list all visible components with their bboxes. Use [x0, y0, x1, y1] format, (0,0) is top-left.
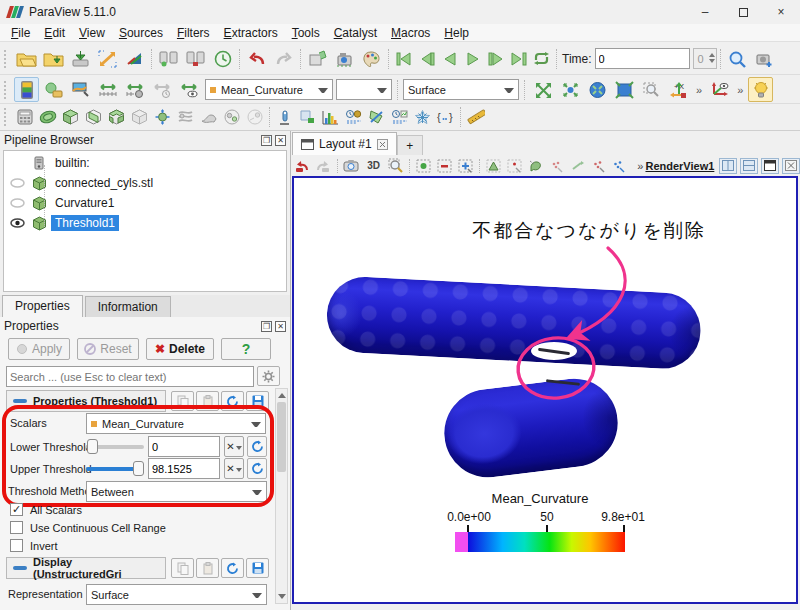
glyph-with-custom-source-icon[interactable]	[412, 107, 433, 128]
last-frame-icon[interactable]	[508, 48, 529, 69]
zoom-to-data-icon[interactable]	[558, 77, 583, 102]
menu-edit[interactable]: Edit	[37, 25, 72, 41]
search-input[interactable]	[6, 366, 254, 387]
renderview-title[interactable]: RenderView1	[645, 160, 714, 172]
toolbar-grip[interactable]	[4, 50, 10, 68]
color-array-dropdown[interactable]: Mean_Curvature	[205, 79, 333, 100]
delete-button[interactable]: ✖Delete	[146, 338, 214, 360]
menu-tools[interactable]: Tools	[285, 25, 327, 41]
load-palette-icon[interactable]	[122, 46, 147, 71]
reset-view-direction-icon[interactable]: +X	[666, 77, 691, 102]
use-continuous-cell-range-checkbox[interactable]: Use Continuous Cell Range	[10, 521, 166, 534]
probe-location-icon[interactable]	[274, 107, 295, 128]
split-vertical-icon[interactable]	[740, 158, 758, 174]
play-backward-icon[interactable]	[439, 48, 460, 69]
rescale-visible-icon[interactable]	[176, 77, 201, 102]
paste-display-icon[interactable]	[196, 558, 219, 578]
disconnect-server-icon[interactable]	[183, 46, 208, 71]
invert-checkbox[interactable]: Invert	[10, 539, 58, 552]
pipeline-item-curvature1[interactable]: Curvature1	[4, 193, 286, 213]
display-section-header[interactable]: Display (UnstructuredGri	[6, 557, 166, 579]
reset-upper-icon[interactable]	[247, 458, 267, 479]
group-datasets-icon[interactable]	[221, 107, 242, 128]
loop-icon[interactable]	[531, 48, 552, 69]
add-camera-link-icon[interactable]	[752, 46, 777, 71]
split-horizontal-icon[interactable]	[719, 158, 737, 174]
menu-macros[interactable]: Macros	[384, 25, 437, 41]
zoom-to-box-icon[interactable]	[639, 77, 664, 102]
menu-sources[interactable]: Sources	[112, 25, 170, 41]
representation-dropdown[interactable]: Surface	[403, 79, 519, 100]
hover-cells-icon[interactable]	[589, 157, 608, 175]
camera-redo-icon[interactable]	[314, 157, 333, 175]
select-frustum-cells-icon[interactable]	[484, 157, 503, 175]
zoom-lens-icon[interactable]	[725, 46, 750, 71]
clip-filter-icon[interactable]	[60, 107, 81, 128]
maximize-view-icon[interactable]	[761, 158, 779, 174]
reset-camera-icon[interactable]	[531, 77, 556, 102]
component-dropdown[interactable]	[336, 79, 392, 100]
light-bulb-icon[interactable]	[748, 77, 773, 102]
new-layout-tab[interactable]: +	[397, 135, 423, 155]
all-scalars-checkbox[interactable]: ✓All Scalars	[10, 503, 82, 516]
undock-icon[interactable]: ❐	[261, 135, 272, 146]
upper-threshold-slider[interactable]	[86, 460, 144, 477]
color-palette-icon[interactable]	[359, 46, 384, 71]
stream-tracer-icon[interactable]	[175, 107, 196, 128]
menu-help[interactable]: Help	[437, 25, 476, 41]
toolbar-overflow-2[interactable]: »	[737, 84, 743, 96]
rescale-custom-range-icon[interactable]	[122, 77, 147, 102]
menu-filters[interactable]: Filters	[170, 25, 217, 41]
save-data-folder-icon[interactable]	[41, 46, 66, 71]
search-options-gear-icon[interactable]	[257, 366, 280, 386]
copy-properties-icon[interactable]	[171, 391, 194, 411]
copy-display-icon[interactable]	[171, 558, 194, 578]
warp-filter-icon[interactable]	[198, 107, 219, 128]
slice-filter-icon[interactable]	[83, 107, 104, 128]
undo-icon[interactable]	[244, 46, 269, 71]
colormap-icon[interactable]	[14, 77, 39, 102]
threshold-filter-icon[interactable]	[106, 107, 127, 128]
menu-file[interactable]: File	[4, 25, 37, 41]
calculator-icon[interactable]	[14, 107, 35, 128]
lower-threshold-input[interactable]	[148, 436, 220, 457]
close-panel-icon[interactable]: ✕	[275, 135, 286, 146]
clear-upper-icon[interactable]: ✕	[224, 458, 244, 479]
upper-threshold-input[interactable]	[148, 458, 220, 479]
properties-scrollbar[interactable]	[275, 388, 288, 604]
redo-icon[interactable]	[271, 46, 296, 71]
plot-over-line-icon[interactable]	[366, 107, 387, 128]
rescale-temporal-icon[interactable]	[149, 77, 174, 102]
plot-over-time-icon[interactable]	[389, 107, 410, 128]
pipeline-item-threshold1[interactable]: Threshold1	[4, 213, 286, 233]
camera-undo-icon[interactable]	[293, 157, 312, 175]
hover-points-icon[interactable]	[609, 157, 628, 175]
select-cells-rectangle-icon[interactable]	[414, 157, 433, 175]
save-display-icon[interactable]	[246, 558, 269, 578]
screenshot-camera-icon[interactable]	[342, 157, 361, 175]
next-frame-icon[interactable]	[485, 48, 506, 69]
paste-properties-icon[interactable]	[196, 391, 219, 411]
menu-catalyst[interactable]: Catalyst	[327, 25, 384, 41]
previous-frame-icon[interactable]	[416, 48, 437, 69]
scalars-dropdown[interactable]: Mean_Curvature	[86, 413, 266, 434]
python-calculator-icon[interactable]: {}	[435, 107, 456, 128]
tab-properties[interactable]: Properties	[2, 295, 83, 317]
zoom-selection-icon[interactable]	[387, 157, 406, 175]
save-data-icon[interactable]	[68, 46, 93, 71]
apply-button[interactable]: Apply	[8, 338, 70, 360]
histogram-icon[interactable]	[320, 107, 341, 128]
rescale-custom-icon[interactable]	[68, 77, 93, 102]
ruler-icon[interactable]	[465, 107, 486, 128]
menu-view[interactable]: View	[72, 25, 112, 41]
select-points-rectangle-icon[interactable]	[435, 157, 454, 175]
lower-threshold-slider[interactable]	[86, 438, 144, 455]
reset-defaults-icon[interactable]	[221, 391, 244, 411]
properties-section-header[interactable]: Properties (Threshold1)	[6, 390, 166, 412]
representation-value-dropdown[interactable]: Surface	[86, 584, 267, 605]
contour-filter-icon[interactable]	[37, 107, 58, 128]
reset-camera-closest-icon[interactable]	[585, 77, 610, 102]
clear-lower-icon[interactable]: ✕	[224, 436, 244, 457]
close-panel-icon[interactable]: ✕	[275, 321, 286, 332]
maximize-button[interactable]	[724, 0, 762, 24]
